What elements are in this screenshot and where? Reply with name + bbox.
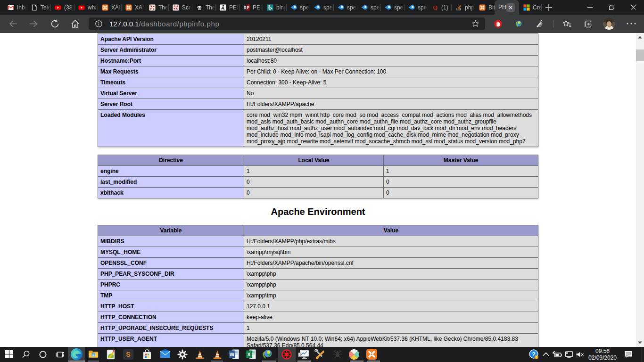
svg-text:W: W (230, 352, 235, 357)
svg-text:S: S (244, 5, 247, 10)
svg-text:X: X (247, 352, 251, 357)
svg-text:P: P (247, 5, 249, 10)
svg-text:Q: Q (433, 4, 438, 11)
